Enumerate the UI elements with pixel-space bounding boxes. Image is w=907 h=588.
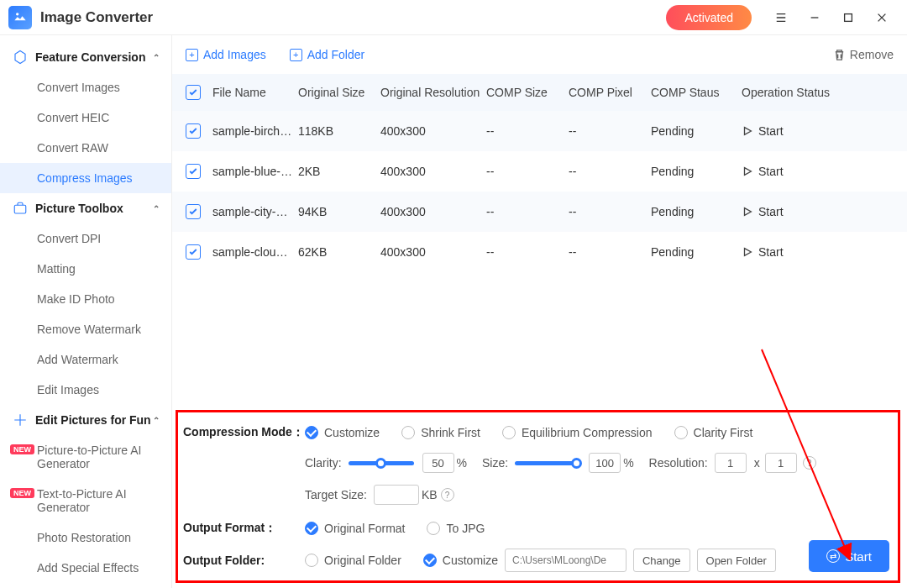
res-height-input[interactable] bbox=[765, 453, 797, 473]
radio-icon bbox=[401, 426, 415, 439]
plus-icon: + bbox=[290, 49, 302, 61]
sidebar-item-compress-images[interactable]: Compress Images bbox=[0, 163, 171, 193]
radio-label: Original Folder bbox=[324, 554, 401, 567]
new-badge: NEW bbox=[10, 488, 34, 498]
section-label: Picture Toolbox bbox=[35, 202, 123, 215]
add-folder-button[interactable]: +Add Folder bbox=[290, 48, 364, 61]
radio-icon bbox=[423, 554, 437, 567]
start-button[interactable]: ⇄Start bbox=[809, 540, 889, 572]
cell-filename: sample-birch… bbox=[212, 124, 298, 138]
sidebar-item-make-id-photo[interactable]: Make ID Photo bbox=[0, 284, 171, 314]
new-badge: NEW bbox=[10, 444, 34, 454]
cell-filename: sample-city-p… bbox=[212, 205, 298, 218]
row-start-button[interactable]: Start bbox=[742, 205, 894, 218]
play-icon bbox=[742, 125, 753, 137]
section-feature-conversion[interactable]: Feature Conversion ⌃ bbox=[0, 42, 171, 72]
change-button[interactable]: Change bbox=[633, 549, 690, 572]
radio-icon bbox=[305, 554, 318, 567]
size-input[interactable] bbox=[589, 453, 621, 473]
sidebar-item-convert-heic[interactable]: Convert HEIC bbox=[0, 102, 171, 133]
col-ores: Original Resolution bbox=[380, 86, 486, 99]
radio-icon bbox=[427, 522, 440, 535]
radio-label: Customize bbox=[443, 554, 498, 567]
table-row: sample-blue-… 2KB 400x300 -- -- Pending … bbox=[172, 151, 907, 192]
clarity-slider[interactable] bbox=[349, 461, 414, 465]
remove-button[interactable]: Remove bbox=[833, 48, 894, 61]
row-checkbox[interactable] bbox=[186, 123, 201, 139]
row-checkbox[interactable] bbox=[186, 204, 201, 219]
chevron-up-icon: ⌃ bbox=[153, 416, 160, 425]
row-start-button[interactable]: Start bbox=[742, 124, 894, 138]
folder-original[interactable]: Original Folder bbox=[305, 554, 401, 567]
select-all-checkbox[interactable] bbox=[186, 85, 201, 100]
sidebar-item-convert-images[interactable]: Convert Images bbox=[0, 72, 171, 102]
cell-cpix: -- bbox=[569, 245, 651, 259]
table-row: sample-cloud… 62KB 400x300 -- -- Pending… bbox=[172, 232, 907, 272]
add-images-button[interactable]: +Add Images bbox=[186, 48, 266, 61]
sidebar-item-convert-raw[interactable]: Convert RAW bbox=[0, 133, 171, 163]
section-edit-for-fun[interactable]: Edit Pictures for Fun ⌃ bbox=[0, 405, 171, 435]
target-size-input[interactable] bbox=[374, 485, 419, 505]
table-header: File Name Original Size Original Resolut… bbox=[172, 74, 907, 111]
cell-ores: 400x300 bbox=[380, 165, 486, 178]
app-title: Image Converter bbox=[40, 9, 153, 26]
help-icon[interactable]: ? bbox=[441, 488, 454, 501]
row-start-button[interactable]: Start bbox=[742, 165, 894, 178]
svg-point-0 bbox=[16, 13, 18, 15]
cell-csize: -- bbox=[486, 165, 569, 178]
radio-icon bbox=[674, 426, 688, 439]
cell-osize: 2KB bbox=[298, 165, 380, 178]
sidebar-item-add-watermark[interactable]: Add Watermark bbox=[0, 344, 171, 375]
cell-osize: 118KB bbox=[298, 124, 380, 138]
cell-cpix: -- bbox=[569, 205, 651, 218]
output-path-input[interactable] bbox=[505, 549, 627, 572]
row-checkbox[interactable] bbox=[186, 244, 201, 260]
play-icon bbox=[742, 246, 753, 258]
size-slider[interactable] bbox=[515, 461, 580, 465]
col-cpix: COMP Pixel bbox=[569, 86, 651, 99]
maximize-button[interactable] bbox=[831, 1, 865, 34]
sidebar-item-pic-to-pic[interactable]: NEWPicture-to-Picture AI Generator bbox=[0, 435, 171, 479]
clarity-input[interactable] bbox=[422, 453, 454, 473]
cell-ores: 400x300 bbox=[380, 124, 486, 138]
mode-clarity-first[interactable]: Clarity First bbox=[674, 426, 753, 439]
mode-shrink-first[interactable]: Shrink First bbox=[401, 426, 480, 439]
cell-osize: 62KB bbox=[298, 245, 380, 259]
radio-label: Customize bbox=[324, 426, 380, 439]
section-picture-toolbox[interactable]: Picture Toolbox ⌃ bbox=[0, 193, 171, 223]
mode-customize[interactable]: Customize bbox=[305, 426, 380, 439]
open-folder-button[interactable]: Open Folder bbox=[697, 549, 776, 572]
sidebar-item-photo-restoration[interactable]: Photo Restoration bbox=[0, 522, 171, 553]
sidebar-item-matting[interactable]: Matting bbox=[0, 254, 171, 284]
cell-csize: -- bbox=[486, 205, 569, 218]
x-label: x bbox=[754, 456, 760, 470]
sidebar-item-edit-images[interactable]: Edit Images bbox=[0, 375, 171, 405]
section-label: Feature Conversion bbox=[35, 50, 145, 64]
row-checkbox[interactable] bbox=[186, 164, 201, 179]
menu-button[interactable] bbox=[764, 1, 798, 34]
button-label: Start bbox=[845, 549, 872, 564]
sidebar-item-special-effects[interactable]: Add Special Effects bbox=[0, 553, 171, 583]
close-button[interactable] bbox=[865, 1, 899, 34]
compression-mode-label: Compression Mode： bbox=[183, 425, 305, 440]
sidebar-item-remove-watermark[interactable]: Remove Watermark bbox=[0, 314, 171, 344]
minimize-button[interactable] bbox=[798, 1, 831, 34]
res-width-input[interactable] bbox=[715, 453, 747, 473]
play-icon bbox=[742, 165, 753, 177]
cell-osize: 94KB bbox=[298, 205, 380, 218]
help-icon[interactable]: ? bbox=[803, 456, 816, 470]
cell-filename: sample-blue-… bbox=[212, 165, 298, 178]
sidebar-item-text-to-pic[interactable]: NEWText-to-Picture AI Generator bbox=[0, 479, 171, 522]
radio-label: Clarity First bbox=[694, 426, 753, 439]
row-start-button[interactable]: Start bbox=[742, 245, 894, 259]
activated-badge: Activated bbox=[666, 5, 752, 30]
radio-icon bbox=[305, 426, 318, 439]
folder-customize[interactable]: Customize bbox=[423, 554, 498, 567]
settings-panel: Compression Mode： Customize Shrink First… bbox=[176, 410, 900, 583]
mode-equilibrium[interactable]: Equilibrium Compression bbox=[502, 426, 653, 439]
format-jpg[interactable]: To JPG bbox=[427, 522, 485, 535]
sidebar-item-convert-dpi[interactable]: Convert DPI bbox=[0, 223, 171, 254]
format-original[interactable]: Original Format bbox=[305, 522, 405, 535]
start-icon: ⇄ bbox=[826, 549, 840, 563]
svg-rect-2 bbox=[14, 205, 26, 213]
